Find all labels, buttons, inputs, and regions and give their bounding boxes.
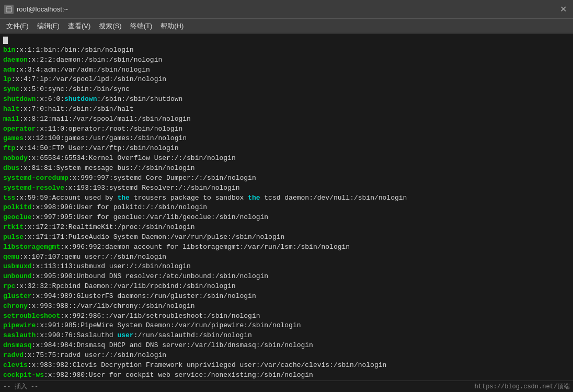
svg-rect-0	[6, 7, 12, 12]
menu-bar: 文件(F) 编辑(E) 查看(V) 搜索(S) 终端(T) 帮助(H)	[0, 19, 573, 33]
menu-help[interactable]: 帮助(H)	[156, 19, 188, 33]
menu-file[interactable]: 文件(F)	[2, 19, 33, 33]
window-title: root@localhost:~	[17, 5, 68, 13]
menu-search[interactable]: 搜索(S)	[95, 19, 125, 33]
terminal-output[interactable]: bin:x:1:1:bin:/bin:/sbin/nologin daemon:…	[0, 33, 573, 392]
status-bar: -- 插入 -- https://blog.csdn.net/顶端	[0, 381, 573, 392]
menu-view[interactable]: 查看(V)	[64, 19, 95, 33]
watermark-text: https://blog.csdn.net/顶端	[475, 382, 570, 391]
close-button[interactable]: ✕	[558, 4, 569, 14]
title-bar: root@localhost:~ ✕	[0, 0, 573, 19]
menu-terminal[interactable]: 终端(T)	[126, 19, 157, 33]
editor-mode: -- 插入 --	[3, 382, 38, 391]
terminal-text: bin:x:1:1:bin:/bin:/sbin/nologin daemon:…	[3, 36, 570, 390]
window-icon	[4, 5, 14, 14]
menu-edit[interactable]: 编辑(E)	[33, 19, 64, 33]
